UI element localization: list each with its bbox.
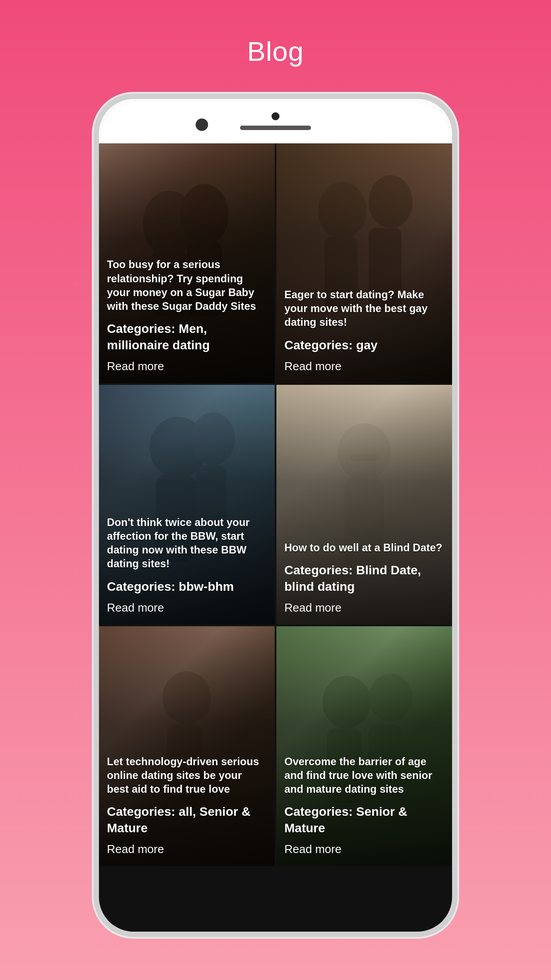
card-categories-sugar: Categories: Men, millionaire dating: [107, 321, 267, 353]
card-read-more-tech[interactable]: Read more: [107, 842, 267, 856]
card-categories-tech: Categories: all, Senior & Mature: [107, 804, 267, 836]
card-read-more-blind[interactable]: Read more: [284, 601, 444, 615]
card-title-blind: How to do well at a Blind Date?: [284, 541, 444, 554]
card-title-sugar: Too busy for a serious relationship? Try…: [107, 257, 267, 313]
blog-card-tech[interactable]: Let technology-driven serious online dat…: [99, 626, 275, 866]
camera-dot: [272, 112, 279, 120]
blog-card-gay-dating[interactable]: Eager to start dating? Make your move wi…: [276, 143, 452, 383]
card-text-gay: Eager to start dating? Make your move wi…: [276, 280, 452, 383]
card-categories-bbw: Categories: bbw-bhm: [107, 579, 267, 595]
phone-frame: Too busy for a serious relationship? Try…: [94, 94, 457, 937]
page-title: Blog: [247, 36, 304, 67]
speaker: [240, 126, 311, 130]
blog-card-sugar-daddy[interactable]: Too busy for a serious relationship? Try…: [99, 143, 275, 383]
card-title-tech: Let technology-driven serious online dat…: [107, 755, 267, 796]
phone-top: [99, 99, 452, 143]
blog-card-senior[interactable]: Overcome the barrier of age and find tru…: [276, 626, 452, 866]
blog-grid: Too busy for a serious relationship? Try…: [99, 143, 452, 866]
front-camera: [196, 119, 208, 131]
card-read-more-gay[interactable]: Read more: [284, 360, 444, 373]
card-read-more-sugar[interactable]: Read more: [107, 360, 267, 373]
card-title-gay: Eager to start dating? Make your move wi…: [284, 288, 444, 329]
power-button: [454, 250, 457, 285]
card-categories-blind: Categories: Blind Date, blind dating: [284, 562, 444, 595]
card-text-sugar: Too busy for a serious relationship? Try…: [99, 249, 275, 383]
card-categories-gay: Categories: gay: [284, 337, 444, 353]
card-text-tech: Let technology-driven serious online dat…: [99, 747, 275, 866]
silent-button: [94, 210, 97, 232]
card-read-more-senior[interactable]: Read more: [284, 842, 444, 856]
card-text-senior: Overcome the barrier of age and find tru…: [276, 747, 452, 866]
phone-content: Too busy for a serious relationship? Try…: [99, 143, 452, 932]
card-categories-senior: Categories: Senior & Mature: [284, 804, 444, 836]
card-read-more-bbw[interactable]: Read more: [107, 601, 267, 615]
card-text-bbw: Don't think twice about your affection f…: [99, 507, 275, 624]
blog-card-blind-date[interactable]: How to do well at a Blind Date? Categori…: [276, 385, 452, 624]
blog-card-bbw[interactable]: Don't think twice about your affection f…: [99, 385, 275, 624]
volume-down-button: [94, 299, 97, 339]
volume-up-button: [94, 245, 97, 285]
card-text-blind: How to do well at a Blind Date? Categori…: [276, 533, 452, 624]
card-title-senior: Overcome the barrier of age and find tru…: [284, 755, 444, 796]
card-title-bbw: Don't think twice about your affection f…: [107, 515, 267, 571]
